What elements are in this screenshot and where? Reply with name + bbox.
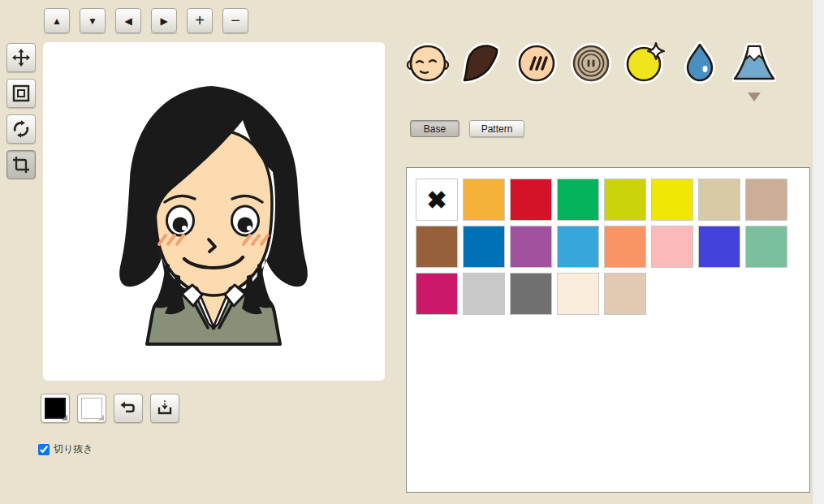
import-button[interactable] — [150, 394, 179, 423]
fill-color-button[interactable] — [77, 394, 106, 423]
swatch[interactable] — [745, 179, 787, 221]
undo-icon — [119, 398, 138, 418]
crop-option-row: 切り抜き — [38, 442, 93, 456]
crop-tool-button[interactable] — [6, 150, 36, 179]
selected-category-indicator — [748, 93, 761, 101]
pan-up-button[interactable]: ▲ — [44, 8, 70, 33]
swatch[interactable] — [604, 273, 646, 315]
category-button[interactable] — [569, 41, 613, 86]
color-palette-panel: ✖ — [406, 167, 810, 493]
swatch[interactable] — [416, 226, 458, 268]
swatch[interactable] — [604, 226, 646, 268]
category-mountain[interactable] — [732, 41, 776, 86]
crop-checkbox[interactable] — [38, 444, 50, 455]
gloss-icon — [623, 41, 667, 86]
stroke-color-button[interactable] — [41, 394, 70, 423]
pan-down-button[interactable]: ▼ — [80, 8, 106, 33]
swatch[interactable] — [510, 273, 552, 315]
pan-left-button[interactable]: ◀ — [115, 8, 141, 33]
pan-right-button[interactable]: ▶ — [151, 8, 177, 33]
swatch[interactable] — [416, 273, 458, 315]
swatch-none[interactable]: ✖ — [416, 179, 458, 221]
swatch[interactable] — [604, 179, 646, 221]
left-toolbar — [6, 43, 36, 179]
category-toolbar — [406, 41, 776, 86]
swatch[interactable] — [651, 226, 693, 268]
category-water[interactable] — [678, 41, 722, 86]
import-icon — [155, 398, 175, 418]
bottom-toolbar — [41, 394, 179, 423]
category-gloss[interactable] — [623, 41, 667, 86]
tab-base[interactable]: Base — [410, 120, 459, 137]
left-arrow-icon: ◀ — [124, 15, 132, 27]
swatch[interactable] — [651, 179, 693, 221]
swatch[interactable] — [510, 179, 552, 221]
top-toolbar: ▲ ▼ ◀ ▶ + − — [44, 8, 248, 33]
rotate-tool-button[interactable] — [6, 114, 36, 144]
swatch[interactable] — [557, 273, 599, 315]
scrollbar-track[interactable] — [812, 0, 824, 504]
zoom-out-button[interactable]: − — [222, 8, 248, 33]
skin-icon — [515, 41, 559, 86]
category-hair[interactable] — [460, 41, 504, 86]
drawing-canvas[interactable] — [43, 42, 385, 381]
swatch[interactable] — [557, 179, 599, 221]
scale-icon — [11, 84, 31, 103]
face-icon — [406, 41, 450, 86]
swatch[interactable] — [463, 179, 505, 221]
swatch[interactable] — [463, 273, 505, 315]
rotate-icon — [11, 119, 31, 139]
right-arrow-icon: ▶ — [160, 15, 167, 27]
move-icon — [11, 48, 31, 67]
minus-icon: − — [231, 12, 240, 28]
zoom-in-button[interactable]: + — [187, 8, 213, 33]
crop-icon — [11, 155, 31, 174]
dropdown-triangle-icon — [98, 415, 104, 420]
scale-tool-button[interactable] — [6, 79, 36, 108]
crop-checkbox-label: 切り抜き — [54, 442, 93, 456]
category-skin[interactable] — [515, 41, 559, 86]
mountain-icon — [732, 41, 776, 86]
button-icon — [569, 41, 613, 86]
swatch[interactable] — [698, 226, 740, 268]
swatch[interactable] — [745, 226, 787, 268]
category-face[interactable] — [406, 41, 450, 86]
dropdown-triangle-icon — [62, 415, 67, 420]
swatch[interactable] — [463, 226, 505, 268]
up-arrow-icon: ▲ — [52, 15, 62, 27]
plus-icon: + — [195, 12, 205, 28]
swatch[interactable] — [557, 226, 599, 268]
move-tool-button[interactable] — [6, 43, 36, 72]
avatar-illustration — [43, 42, 385, 381]
swatch[interactable] — [698, 179, 740, 221]
water-drop-icon — [678, 41, 722, 86]
palette-grid: ✖ — [407, 168, 809, 492]
hair-icon — [460, 41, 504, 86]
tab-pattern[interactable]: Pattern — [469, 120, 524, 137]
down-arrow-icon: ▼ — [88, 15, 97, 27]
undo-button[interactable] — [114, 394, 143, 423]
palette-mode-tabs: Base Pattern — [410, 120, 524, 137]
swatch[interactable] — [510, 226, 552, 268]
